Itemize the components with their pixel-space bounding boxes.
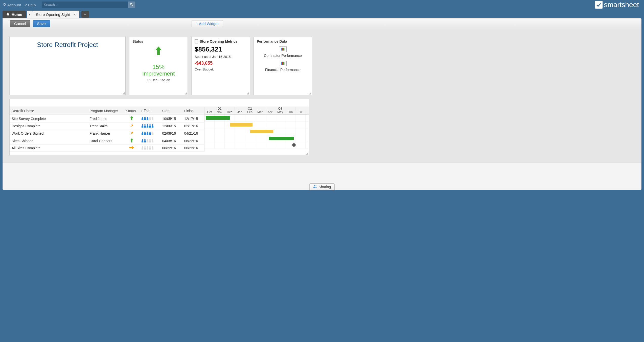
account-menu[interactable]: Account	[3, 3, 21, 7]
perf-item-contractor[interactable]: Contractor Performance	[257, 46, 309, 58]
perf-item1-label: Contractor Performance	[257, 54, 309, 58]
svg-point-3	[315, 185, 316, 186]
table-row[interactable]: Work Orders SignedFrank Harper02/08/1604…	[10, 130, 204, 137]
tab-home[interactable]: Home	[3, 11, 26, 18]
table-row[interactable]: Designs CompleteTrent Smith12/06/1502/17…	[10, 123, 204, 130]
metrics-asof: Spent as of Jan-15-2015:	[195, 55, 247, 59]
month-label: Nov	[215, 110, 225, 114]
tab-dropdown[interactable]: ▼	[27, 11, 32, 18]
col-start[interactable]: Start	[160, 107, 182, 115]
month-label: Dec	[225, 110, 235, 114]
topbar: Account ? Help smartsheet	[0, 0, 644, 10]
col-finish[interactable]: Finish	[182, 107, 204, 115]
cell-start: 06/22/16	[160, 145, 182, 152]
col-effort[interactable]: Effort	[139, 107, 160, 115]
person-icon	[146, 117, 149, 120]
project-title: Store Retrofit Project	[37, 41, 98, 92]
status-up-icon	[130, 117, 133, 121]
col-status[interactable]: Status	[124, 107, 140, 115]
tab-label: Store Opening Sight	[36, 12, 70, 17]
cell-finish: 06/22/16	[182, 137, 204, 145]
cell-phase: Designs Complete	[10, 123, 87, 130]
perf-item-financial[interactable]: Financial Performance	[257, 61, 309, 72]
person-icon	[149, 132, 151, 135]
person-icon	[146, 146, 149, 150]
save-button[interactable]: Save	[33, 20, 50, 27]
timeline-row	[204, 121, 309, 128]
widget-status[interactable]: Status 15% Improvement 15/Dec - 15/Jan	[129, 37, 188, 95]
chevron-down-icon: ▼	[28, 13, 31, 16]
metrics-delta-label: Over Budget:	[195, 67, 247, 71]
cell-effort	[139, 130, 160, 137]
gantt-bar[interactable]	[250, 130, 273, 133]
person-icon	[141, 132, 144, 135]
gantt-bar[interactable]	[230, 123, 252, 127]
month-label: Feb	[245, 110, 255, 114]
table-row[interactable]: All Sites Complete06/22/1606/22/16	[10, 145, 204, 152]
status-ne-icon	[130, 124, 133, 128]
gantt-table: Retrofit Phase Program Manager Status Ef…	[10, 107, 204, 152]
tab-add-button[interactable]: +	[81, 11, 89, 18]
month-label: Apr	[265, 110, 275, 114]
person-icon	[149, 124, 151, 128]
cell-finish: 04/21/16	[182, 130, 204, 137]
cell-start: 10/05/15	[160, 115, 182, 123]
cell-effort	[139, 123, 160, 130]
plus-icon: +	[84, 12, 86, 17]
cell-pm: Carol Connors	[87, 137, 124, 145]
gantt-bar[interactable]	[269, 137, 294, 140]
col-pm[interactable]: Program Manager	[87, 107, 124, 115]
question-icon: ?	[25, 3, 27, 7]
table-row[interactable]: Site Survey CompleteFred Jones10/05/1512…	[10, 115, 204, 123]
cell-effort	[139, 115, 160, 123]
person-icon	[146, 132, 149, 135]
month-label: May	[275, 110, 285, 114]
cell-status	[124, 137, 140, 145]
toolbar: Cancel Save + Add Widget	[3, 18, 641, 29]
cell-pm: Frank Harper	[87, 130, 124, 137]
cancel-button[interactable]: Cancel	[10, 20, 30, 27]
help-label: Help	[28, 3, 36, 7]
widget-performance[interactable]: Performance Data Contractor Performance …	[254, 37, 312, 95]
table-row[interactable]: Sites ShippedCarol Connors04/08/1606/22/…	[10, 137, 204, 145]
month-label: Jan	[235, 110, 245, 114]
cell-pm: Fred Jones	[87, 115, 124, 123]
quarter-label: Q2	[235, 107, 265, 110]
person-icon	[149, 139, 151, 143]
widget-metrics[interactable]: Store Opening Metrics $856,321 Spent as …	[191, 37, 250, 95]
widget-gantt[interactable]: Retrofit Phase Program Manager Status Ef…	[9, 99, 309, 155]
add-widget-button[interactable]: + Add Widget	[192, 20, 223, 27]
search-icon	[130, 3, 133, 7]
cell-start: 02/08/16	[160, 130, 182, 137]
timeline-row	[204, 142, 309, 149]
status-ne-icon	[130, 132, 133, 136]
cell-start: 04/08/16	[160, 137, 182, 145]
gantt-bar[interactable]	[206, 116, 230, 120]
search-input[interactable]	[42, 3, 128, 7]
widget-title[interactable]: Store Retrofit Project	[9, 37, 126, 95]
search-wrap	[42, 2, 135, 8]
cell-finish: 12/17/15	[182, 115, 204, 123]
status-range: 15/Dec - 15/Jan	[132, 78, 185, 82]
status-percent: 15%	[132, 63, 185, 70]
tab-home-label: Home	[12, 12, 22, 17]
metrics-header: Store Opening Metrics	[200, 39, 237, 43]
person-icon	[144, 139, 146, 143]
tab-close-button[interactable]: ×	[74, 12, 76, 17]
sheet-icon	[195, 39, 198, 43]
logo-check-icon	[595, 1, 603, 9]
person-icon	[144, 132, 146, 135]
col-phase[interactable]: Retrofit Phase	[10, 107, 87, 115]
home-icon	[6, 12, 10, 17]
help-menu[interactable]: ? Help	[25, 3, 36, 7]
account-label: Account	[7, 3, 21, 7]
person-icon	[146, 124, 149, 128]
search-button[interactable]	[128, 2, 135, 8]
logo: smartsheet	[595, 1, 642, 9]
timeline-row	[204, 135, 309, 142]
gantt-header-row: Retrofit Phase Program Manager Status Ef…	[10, 107, 204, 115]
mainframe: Cancel Save + Add Widget Store Retrofit …	[3, 18, 641, 190]
tab-store-opening[interactable]: Store Opening Sight ×	[32, 11, 79, 18]
metrics-delta: -$43,655	[195, 61, 247, 66]
sharing-button[interactable]: Sharing	[309, 183, 335, 190]
